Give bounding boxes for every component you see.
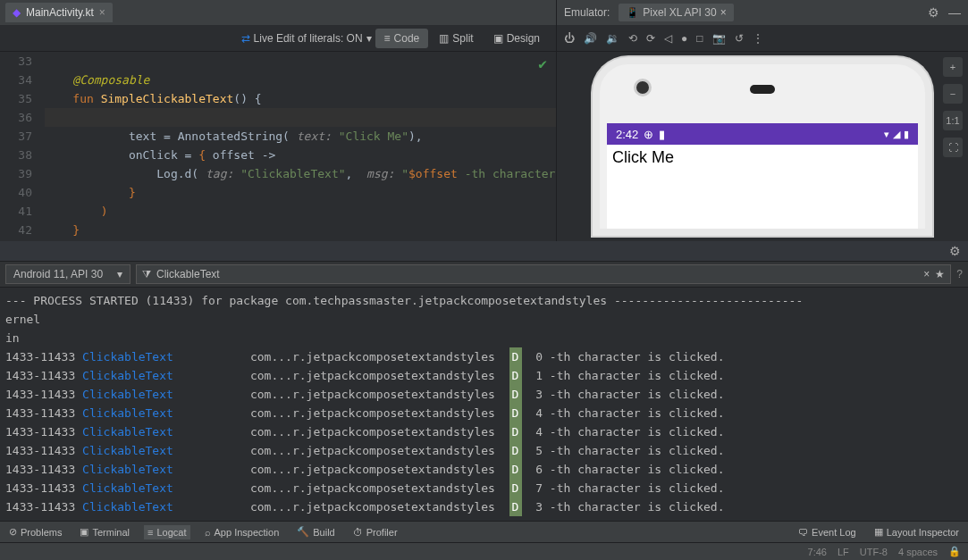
camera-icon (634, 79, 652, 96)
close-icon[interactable]: × (720, 6, 727, 19)
minimize-icon[interactable]: — (948, 5, 961, 20)
zoom-in-button[interactable]: + (943, 57, 963, 77)
log-row: 1433-11433 ClickableText com...r.jetpack… (5, 441, 963, 460)
emulator-device-tab[interactable]: 📱 Pixel XL API 30 × (619, 4, 733, 21)
speaker-icon (750, 85, 775, 94)
profiler-tab[interactable]: ⏱Profiler (349, 525, 401, 539)
terminal-icon: ▣ (80, 526, 88, 538)
log-row: 1433-11433 ClickableText com...r.jetpack… (5, 479, 963, 497)
log-row: 1433-11433 ClickableText com...r.jetpack… (5, 347, 963, 366)
caret-position[interactable]: 7:46 (808, 547, 827, 557)
kotlin-file-icon: ◆ (13, 6, 21, 19)
panel-settings-bar: ⚙ (0, 241, 968, 261)
statusbar-time: 2:42 (616, 128, 638, 141)
rotate-right-icon[interactable]: ⟳ (646, 32, 655, 45)
volume-up-icon[interactable]: 🔊 (584, 32, 597, 45)
phone-frame: 2:42 ⊕ ▮ ▾ ◢ ▮ Click Me (593, 57, 932, 236)
live-edit-toggle[interactable]: ⇄ Live Edit of literals: ON ▾ (241, 32, 372, 45)
notification-icon: ▮ (659, 128, 665, 141)
power-icon[interactable]: ⏻ (564, 32, 575, 45)
emulator-view[interactable]: + − 1:1 ⛶ 2:42 ⊕ ▮ (557, 52, 968, 241)
lock-icon[interactable]: 🔒 (948, 546, 961, 557)
gear-icon[interactable]: ⚙ (949, 244, 961, 258)
ide-statusbar: 7:46 LF UTF-8 4 spaces 🔒 (0, 542, 968, 560)
wifi-icon: ▾ (884, 129, 889, 140)
gear-icon[interactable]: ⚙ (928, 5, 939, 20)
zoom-out-button[interactable]: − (943, 84, 963, 104)
indent[interactable]: 4 spaces (898, 547, 938, 557)
zoom-11-button[interactable]: 1:1 (943, 111, 963, 130)
help-icon[interactable]: ? (956, 268, 963, 280)
logcat-output[interactable]: --- PROCESS STARTED (11433) for package … (0, 288, 968, 521)
inspection-icon: ⌕ (205, 527, 211, 538)
log-row: 1433-11433 ClickableText com...r.jetpack… (5, 385, 963, 404)
screenshot-icon[interactable]: 📷 (712, 32, 726, 45)
design-icon: ▣ (493, 32, 503, 45)
chevron-down-icon: ▾ (366, 32, 372, 45)
code-icon: ≡ (384, 32, 391, 45)
problems-icon: ⊘ (9, 526, 17, 538)
close-icon[interactable]: × (99, 6, 105, 19)
problems-tab[interactable]: ⊘Problems (5, 524, 65, 539)
layout-inspector-tab[interactable]: ▦Layout Inspector (871, 524, 963, 539)
star-icon[interactable]: ★ (935, 268, 945, 280)
app-content[interactable]: Click Me (607, 145, 918, 171)
split-icon: ▥ (439, 32, 449, 45)
phone-icon: 📱 (626, 6, 639, 19)
mode-design-button[interactable]: ▣ Design (484, 29, 549, 48)
chevron-down-icon: ▾ (117, 268, 122, 280)
more-icon[interactable]: ⋮ (753, 32, 763, 45)
file-tab[interactable]: ◆ MainActivity.kt × (5, 3, 113, 22)
overview-icon[interactable]: □ (696, 32, 703, 45)
editor-tabbar: ◆ MainActivity.kt × (0, 0, 556, 25)
filter-text-field[interactable] (156, 268, 918, 280)
gutter: 33343536373839404142 (0, 52, 45, 241)
volume-down-icon[interactable]: 🔉 (606, 32, 619, 45)
code-editor[interactable]: 33343536373839404142 @Composable fun Sim… (0, 52, 556, 241)
build-icon: 🔨 (297, 526, 309, 538)
phone-statusbar: 2:42 ⊕ ▮ ▾ ◢ ▮ (607, 123, 918, 145)
profiler-icon: ⏱ (353, 527, 363, 538)
back-icon[interactable]: ◁ (664, 32, 672, 45)
layout-inspector-icon: ▦ (874, 526, 883, 538)
app-inspection-tab[interactable]: ⌕App Inspection (201, 525, 283, 539)
clickable-text[interactable]: Click Me (612, 148, 674, 166)
event-log-icon: 🗨 (798, 527, 808, 538)
log-row: 1433-11433 ClickableText com...r.jetpack… (5, 422, 963, 441)
inspection-ok-icon[interactable]: ✔ (538, 55, 547, 72)
logcat-filter-row: Android 11, API 30 ▾ ⧩ × ★ ? (0, 261, 968, 288)
tab-filename: MainActivity.kt (26, 6, 94, 19)
event-log-tab[interactable]: 🗨Event Log (795, 525, 860, 539)
log-row: 1433-11433 ClickableText com...r.jetpack… (5, 404, 963, 422)
home-icon[interactable]: ● (681, 32, 687, 45)
phone-screen[interactable]: 2:42 ⊕ ▮ ▾ ◢ ▮ Click Me (607, 123, 918, 229)
mode-split-button[interactable]: ▥ Split (430, 29, 482, 48)
filter-icon: ⧩ (142, 268, 151, 280)
live-edit-icon: ⇄ (241, 32, 250, 45)
line-ending[interactable]: LF (838, 547, 849, 557)
log-row: 1433-11433 ClickableText com...r.jetpack… (5, 497, 963, 516)
snapshot-icon[interactable]: ↺ (735, 32, 744, 45)
emulator-toolbar: ⏻ 🔊 🔉 ⟲ ⟳ ◁ ● □ 📷 ↺ ⋮ (557, 25, 968, 52)
emulator-label: Emulator: (564, 6, 610, 19)
build-tab[interactable]: 🔨Build (293, 524, 338, 539)
logcat-icon: ≡ (147, 527, 153, 538)
voicemail-icon: ⊕ (644, 128, 653, 141)
clear-icon[interactable]: × (923, 268, 930, 280)
signal-icon: ◢ (893, 129, 900, 140)
logcat-tab[interactable]: ≡Logcat (144, 525, 189, 539)
rotate-left-icon[interactable]: ⟲ (628, 32, 637, 45)
battery-icon: ▮ (904, 129, 909, 140)
log-row: 1433-11433 ClickableText com...r.jetpack… (5, 366, 963, 385)
emulator-tabbar: Emulator: 📱 Pixel XL API 30 × ⚙ — (557, 0, 968, 25)
editor-toolbar: ⇄ Live Edit of literals: ON ▾ ≡ Code ▥ S… (0, 25, 556, 52)
log-row: 1433-11433 ClickableText com...r.jetpack… (5, 460, 963, 479)
zoom-fit-button[interactable]: ⛶ (943, 138, 963, 157)
mode-code-button[interactable]: ≡ Code (375, 29, 429, 48)
terminal-tab[interactable]: ▣Terminal (76, 524, 133, 539)
encoding[interactable]: UTF-8 (860, 547, 888, 557)
device-combo[interactable]: Android 11, API 30 ▾ (5, 264, 130, 284)
bottom-tool-tabs: ⊘Problems ▣Terminal ≡Logcat ⌕App Inspect… (0, 521, 968, 542)
logcat-filter-input[interactable]: ⧩ × ★ (136, 264, 951, 284)
